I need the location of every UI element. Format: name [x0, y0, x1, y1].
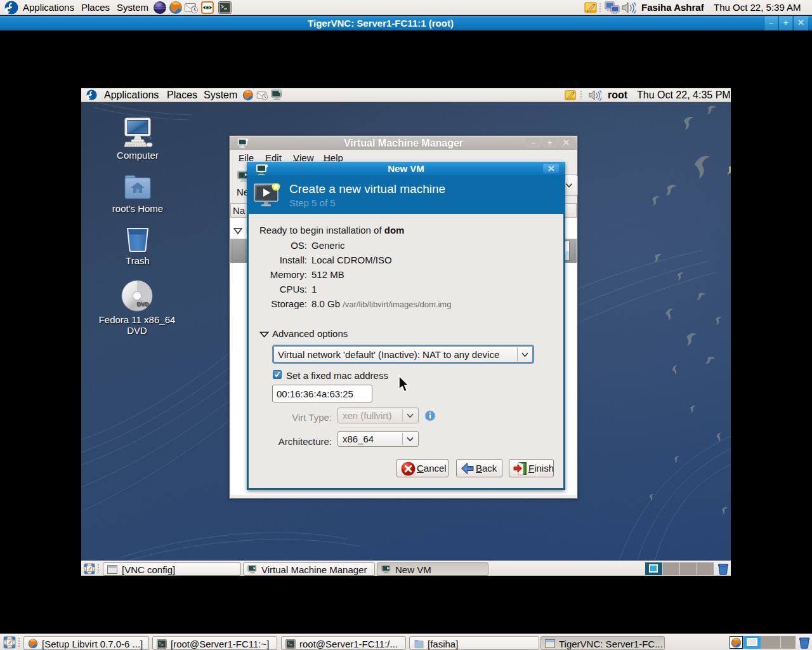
svg-text:DVD: DVD: [136, 301, 149, 307]
